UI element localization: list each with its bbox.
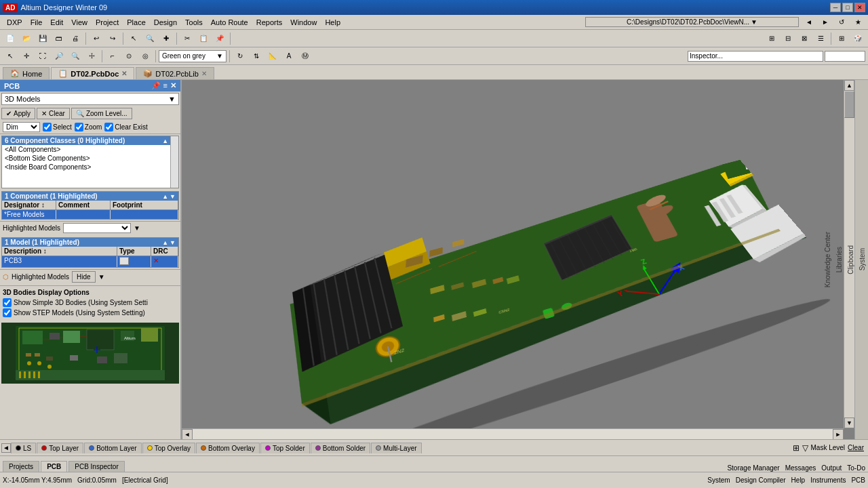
pan-btn[interactable]: ☩ [84,49,99,63]
apply-btn[interactable]: ✔ Apply [1,108,35,119]
zoom-out-btn[interactable]: 🔍 [68,49,83,63]
v-scroll-up-btn[interactable]: ▲ [844,80,854,91]
pad-btn[interactable]: ◎ [138,49,153,63]
grid-btn[interactable]: ⊞ [834,32,849,45]
zoom-level-btn[interactable]: 🔍 Zoom Level... [71,108,132,119]
panel-dropdown[interactable]: 3D Models ▼ [1,93,179,105]
vtab-libraries[interactable]: Libraries [833,242,845,277]
redo-btn[interactable]: ↪ [105,32,120,45]
pcb-3d-view[interactable]: Altium X Z Y [182,80,854,439]
tab-pcblib[interactable]: 📦 DT02.PcbLib ✕ [136,67,214,79]
zoom-checkbox[interactable] [75,123,83,131]
bottom-tab-inspector[interactable]: PCB Inspector [68,461,124,472]
clear-exist-checkbox[interactable] [104,123,113,131]
maximize-btn[interactable]: □ [842,3,853,12]
vtab-system[interactable]: System [856,243,868,275]
back-btn[interactable]: ◄ [802,16,816,29]
vtab-clipboard[interactable]: Clipboard [845,241,856,279]
via-btn[interactable]: ⊙ [121,49,136,63]
dim-select[interactable]: Dim [3,122,40,132]
open-btn[interactable]: 📂 [19,32,34,45]
cc-scroll-up[interactable]: ▲ [162,138,168,144]
cc-scrollbar[interactable] [170,136,178,188]
align-top-btn[interactable]: ⊠ [797,32,812,45]
save-btn[interactable]: 💾 [35,32,50,45]
3d-btn[interactable]: 🎲 [850,32,865,45]
panel-close-btn[interactable]: ✕ [170,81,176,90]
minimize-btn[interactable]: ─ [830,3,841,12]
color-dropdown[interactable]: Green on grey ▼ [159,50,226,62]
v-scroll-thumb[interactable] [844,91,854,118]
align-bottom-btn[interactable]: ☰ [813,32,828,45]
right-dropdown2[interactable] [825,51,865,62]
cross-btn[interactable]: ✚ [159,32,174,45]
ct-scroll-up[interactable]: ▲ [162,193,168,200]
select-btn[interactable]: ↖ [126,32,141,45]
zoom-fit-btn[interactable]: ⛶ [35,49,50,63]
model-row-pcb3[interactable]: PCB3 ✕ [2,256,178,267]
rotate-btn[interactable]: ↻ [233,49,248,63]
layer-tab-ls[interactable]: LS [11,443,36,453]
show-simple-checkbox[interactable] [3,298,12,307]
all-components-item[interactable]: <All Components> [2,145,178,154]
bottom-tab-projects[interactable]: Projects [3,461,39,472]
cross2-btn[interactable]: ✛ [19,49,34,63]
vtab-knowledge[interactable]: Knowledge Center [822,227,833,292]
layer-tab-bottom-solder[interactable]: Bottom Solder [311,443,370,453]
menu-autoroute[interactable]: Auto Route [207,17,252,28]
tab-pcblib-close[interactable]: ✕ [201,70,207,77]
menu-reports[interactable]: Reports [252,17,287,28]
tab-home[interactable]: 🏠 Home [3,67,50,79]
layer-tab-multi[interactable]: Multi-Layer [371,443,421,453]
bottom-tab-pcb[interactable]: PCB [41,461,67,472]
align-left-btn[interactable]: ⊞ [764,32,779,45]
menu-tools[interactable]: Tools [181,17,207,28]
filter-icon[interactable]: ⊞ [793,443,800,453]
messages-btn[interactable]: Messages [785,464,816,472]
tab-pcbdoc-close[interactable]: ✕ [121,70,127,77]
refresh-btn[interactable]: ↺ [834,16,849,29]
close-btn[interactable]: ✕ [854,3,865,12]
storage-mgr-btn[interactable]: Storage Manager [727,464,779,472]
menu-edit[interactable]: Edit [46,17,67,28]
pcb-btn[interactable]: PCB [851,476,865,484]
layer-nav-left[interactable]: ◄ [1,443,11,453]
panel-pin-btn[interactable]: 📌 [151,81,161,90]
new-btn[interactable]: 📄 [3,32,18,45]
filter-icon2[interactable]: ▽ [802,443,808,453]
help-btn[interactable]: Help [791,476,806,484]
menu-help[interactable]: Help [321,17,344,28]
highlighted-dropdown-arrow[interactable]: ▼ [134,224,140,232]
right-dropdown[interactable]: Inspector... [688,51,823,62]
inside-board-item[interactable]: <Inside Board Components> [2,163,178,171]
copy-btn[interactable]: 📋 [196,32,211,45]
h-scroll-track[interactable] [193,429,833,439]
cursor-btn[interactable]: ↖ [3,49,18,63]
mt-scroll-up[interactable]: ▲ [162,239,168,246]
menu-dxp[interactable]: DXP [3,17,26,28]
zoom-in-btn[interactable]: 🔎 [52,49,66,63]
hide-btn[interactable]: Hide [72,271,96,283]
h-scroll-right-btn[interactable]: ► [833,429,844,440]
delete-icon[interactable]: ✕ [153,257,159,264]
paste-btn[interactable]: 📌 [212,32,227,45]
layer-tab-bottom[interactable]: Bottom Layer [84,443,141,453]
design-compiler-btn[interactable]: Design Compiler [736,476,786,484]
bottom-side-item[interactable]: <Bottom Side Components> [2,154,178,163]
h-scroll-left-btn[interactable]: ◄ [182,429,193,440]
h-scrollbar[interactable]: ◄ ► [182,428,844,439]
undo-btn[interactable]: ↩ [89,32,104,45]
instruments-btn[interactable]: Instruments [810,476,846,484]
show-step-checkbox[interactable] [3,308,12,317]
menu-window[interactable]: Window [286,17,321,28]
highlighted-select[interactable] [63,223,131,233]
todo-btn[interactable]: To-Do [847,464,865,472]
system-btn[interactable]: System [707,476,730,484]
ct-scroll-down[interactable]: ▼ [170,193,176,200]
menu-view[interactable]: View [67,17,92,28]
bookmark-btn[interactable]: ★ [850,16,865,29]
zoom-btn[interactable]: 🔍 [142,32,157,45]
paste2-btn[interactable]: Ⓜ [298,49,313,63]
fwd-btn[interactable]: ► [818,16,833,29]
canvas-area[interactable]: Altium X Z Y [182,80,854,439]
